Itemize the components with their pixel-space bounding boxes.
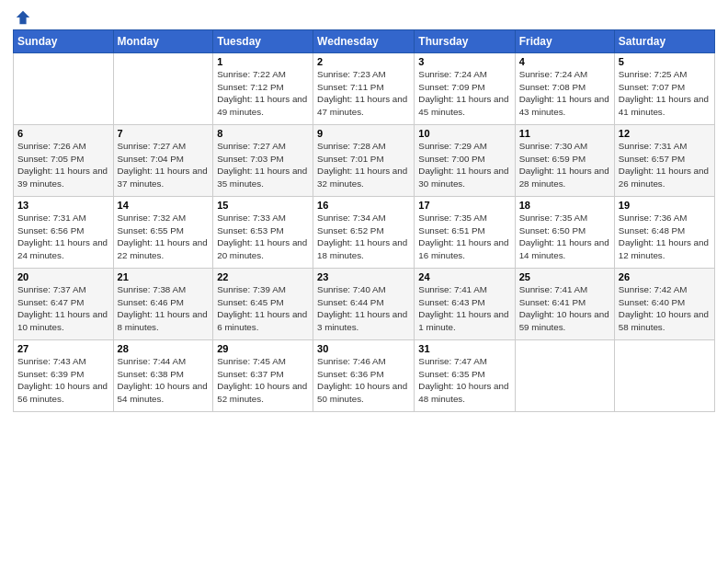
day-number: 27 [17, 343, 109, 354]
day-number: 23 [317, 271, 410, 282]
calendar-cell: 4Sunrise: 7:24 AM Sunset: 7:08 PM Daylig… [515, 53, 614, 125]
calendar-cell: 22Sunrise: 7:39 AM Sunset: 6:45 PM Dayli… [213, 269, 313, 340]
day-info: Sunrise: 7:44 AM Sunset: 6:38 PM Dayligh… [118, 355, 210, 406]
page: SundayMondayTuesdayWednesdayThursdayFrid… [0, 0, 728, 563]
day-number: 5 [619, 56, 711, 67]
day-number: 8 [217, 128, 309, 139]
day-number: 25 [519, 271, 610, 282]
calendar-cell [515, 340, 614, 412]
calendar-cell: 18Sunrise: 7:35 AM Sunset: 6:50 PM Dayli… [515, 197, 614, 269]
day-number: 12 [619, 128, 711, 139]
calendar-cell: 5Sunrise: 7:25 AM Sunset: 7:07 PM Daylig… [614, 53, 714, 125]
calendar-cell: 24Sunrise: 7:41 AM Sunset: 6:43 PM Dayli… [415, 269, 515, 340]
day-number: 18 [519, 200, 610, 211]
calendar-header-row: SundayMondayTuesdayWednesdayThursdayFrid… [14, 30, 715, 53]
calendar-cell: 16Sunrise: 7:34 AM Sunset: 6:52 PM Dayli… [313, 197, 415, 269]
day-info: Sunrise: 7:38 AM Sunset: 6:46 PM Dayligh… [118, 283, 210, 334]
day-info: Sunrise: 7:43 AM Sunset: 6:39 PM Dayligh… [17, 355, 109, 406]
day-number: 29 [217, 343, 309, 354]
day-number: 24 [418, 271, 510, 282]
calendar-cell [113, 53, 213, 125]
calendar-cell: 6Sunrise: 7:26 AM Sunset: 7:05 PM Daylig… [14, 125, 114, 197]
day-number: 2 [317, 56, 410, 67]
calendar-header-thursday: Thursday [415, 30, 515, 53]
day-number: 6 [17, 128, 109, 139]
calendar-cell: 25Sunrise: 7:41 AM Sunset: 6:41 PM Dayli… [515, 269, 614, 340]
day-number: 22 [217, 271, 309, 282]
day-info: Sunrise: 7:27 AM Sunset: 7:03 PM Dayligh… [217, 140, 309, 190]
day-info: Sunrise: 7:26 AM Sunset: 7:05 PM Dayligh… [17, 140, 109, 190]
day-info: Sunrise: 7:41 AM Sunset: 6:43 PM Dayligh… [418, 283, 510, 334]
day-info: Sunrise: 7:46 AM Sunset: 6:36 PM Dayligh… [317, 355, 410, 406]
calendar-cell [614, 340, 714, 412]
day-info: Sunrise: 7:29 AM Sunset: 7:00 PM Dayligh… [418, 140, 510, 190]
calendar-cell: 14Sunrise: 7:32 AM Sunset: 6:55 PM Dayli… [113, 197, 213, 269]
day-info: Sunrise: 7:40 AM Sunset: 6:44 PM Dayligh… [317, 283, 410, 334]
calendar-cell: 29Sunrise: 7:45 AM Sunset: 6:37 PM Dayli… [213, 340, 313, 412]
svg-marker-0 [17, 11, 29, 24]
calendar-table: SundayMondayTuesdayWednesdayThursdayFrid… [13, 29, 715, 412]
day-number: 30 [317, 343, 410, 354]
calendar-cell: 31Sunrise: 7:47 AM Sunset: 6:35 PM Dayli… [415, 340, 515, 412]
day-number: 11 [519, 128, 610, 139]
day-info: Sunrise: 7:31 AM Sunset: 6:57 PM Dayligh… [619, 140, 711, 190]
calendar-header-friday: Friday [515, 30, 614, 53]
calendar-cell: 7Sunrise: 7:27 AM Sunset: 7:04 PM Daylig… [113, 125, 213, 197]
day-number: 4 [519, 56, 610, 67]
day-number: 16 [317, 200, 410, 211]
calendar-cell: 3Sunrise: 7:24 AM Sunset: 7:09 PM Daylig… [415, 53, 515, 125]
calendar-cell: 11Sunrise: 7:30 AM Sunset: 6:59 PM Dayli… [515, 125, 614, 197]
calendar-week-4: 20Sunrise: 7:37 AM Sunset: 6:47 PM Dayli… [14, 269, 715, 340]
calendar-week-5: 27Sunrise: 7:43 AM Sunset: 6:39 PM Dayli… [14, 340, 715, 412]
calendar-week-2: 6Sunrise: 7:26 AM Sunset: 7:05 PM Daylig… [14, 125, 715, 197]
calendar-cell: 9Sunrise: 7:28 AM Sunset: 7:01 PM Daylig… [313, 125, 415, 197]
day-info: Sunrise: 7:35 AM Sunset: 6:51 PM Dayligh… [418, 212, 510, 262]
logo [13, 9, 31, 22]
day-number: 20 [17, 271, 109, 282]
day-info: Sunrise: 7:34 AM Sunset: 6:52 PM Dayligh… [317, 212, 410, 262]
day-number: 31 [418, 343, 510, 354]
day-number: 14 [118, 200, 210, 211]
day-info: Sunrise: 7:32 AM Sunset: 6:55 PM Dayligh… [118, 212, 210, 262]
day-number: 1 [217, 56, 309, 67]
calendar-cell: 26Sunrise: 7:42 AM Sunset: 6:40 PM Dayli… [614, 269, 714, 340]
day-number: 19 [619, 200, 711, 211]
calendar-cell: 17Sunrise: 7:35 AM Sunset: 6:51 PM Dayli… [415, 197, 515, 269]
calendar-cell: 8Sunrise: 7:27 AM Sunset: 7:03 PM Daylig… [213, 125, 313, 197]
day-number: 28 [118, 343, 210, 354]
day-info: Sunrise: 7:35 AM Sunset: 6:50 PM Dayligh… [519, 212, 610, 262]
day-info: Sunrise: 7:30 AM Sunset: 6:59 PM Dayligh… [519, 140, 610, 190]
calendar-cell: 13Sunrise: 7:31 AM Sunset: 6:56 PM Dayli… [14, 197, 114, 269]
day-info: Sunrise: 7:42 AM Sunset: 6:40 PM Dayligh… [619, 283, 711, 334]
calendar-cell: 2Sunrise: 7:23 AM Sunset: 7:11 PM Daylig… [313, 53, 415, 125]
calendar-cell: 23Sunrise: 7:40 AM Sunset: 6:44 PM Dayli… [313, 269, 415, 340]
day-number: 17 [418, 200, 510, 211]
day-info: Sunrise: 7:37 AM Sunset: 6:47 PM Dayligh… [17, 283, 109, 334]
calendar-header-sunday: Sunday [14, 30, 114, 53]
calendar-week-1: 1Sunrise: 7:22 AM Sunset: 7:12 PM Daylig… [14, 53, 715, 125]
day-number: 13 [17, 200, 109, 211]
calendar-cell: 12Sunrise: 7:31 AM Sunset: 6:57 PM Dayli… [614, 125, 714, 197]
calendar-cell: 28Sunrise: 7:44 AM Sunset: 6:38 PM Dayli… [113, 340, 213, 412]
day-info: Sunrise: 7:47 AM Sunset: 6:35 PM Dayligh… [418, 355, 510, 406]
logo-icon [15, 9, 31, 26]
day-info: Sunrise: 7:23 AM Sunset: 7:11 PM Dayligh… [317, 68, 410, 119]
day-info: Sunrise: 7:33 AM Sunset: 6:53 PM Dayligh… [217, 212, 309, 262]
calendar-cell: 19Sunrise: 7:36 AM Sunset: 6:48 PM Dayli… [614, 197, 714, 269]
calendar-cell: 30Sunrise: 7:46 AM Sunset: 6:36 PM Dayli… [313, 340, 415, 412]
calendar-header-wednesday: Wednesday [313, 30, 415, 53]
day-info: Sunrise: 7:27 AM Sunset: 7:04 PM Dayligh… [118, 140, 210, 190]
calendar-cell: 1Sunrise: 7:22 AM Sunset: 7:12 PM Daylig… [213, 53, 313, 125]
calendar-cell: 20Sunrise: 7:37 AM Sunset: 6:47 PM Dayli… [14, 269, 114, 340]
day-info: Sunrise: 7:36 AM Sunset: 6:48 PM Dayligh… [619, 212, 711, 262]
day-number: 15 [217, 200, 309, 211]
day-info: Sunrise: 7:39 AM Sunset: 6:45 PM Dayligh… [217, 283, 309, 334]
day-info: Sunrise: 7:45 AM Sunset: 6:37 PM Dayligh… [217, 355, 309, 406]
day-info: Sunrise: 7:41 AM Sunset: 6:41 PM Dayligh… [519, 283, 610, 334]
calendar-header-saturday: Saturday [614, 30, 714, 53]
calendar-cell: 10Sunrise: 7:29 AM Sunset: 7:00 PM Dayli… [415, 125, 515, 197]
day-number: 21 [118, 271, 210, 282]
day-info: Sunrise: 7:22 AM Sunset: 7:12 PM Dayligh… [217, 68, 309, 119]
day-number: 26 [619, 271, 711, 282]
calendar-cell: 21Sunrise: 7:38 AM Sunset: 6:46 PM Dayli… [113, 269, 213, 340]
